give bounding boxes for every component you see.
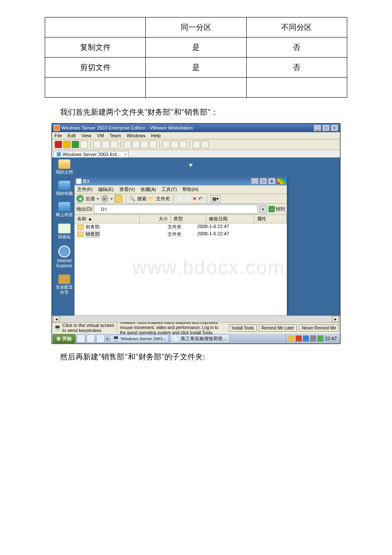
record-icon[interactable] <box>193 141 200 148</box>
show-console-icon[interactable] <box>124 141 131 148</box>
menu-help[interactable]: Help <box>151 133 161 138</box>
address-dropdown[interactable]: ▾ <box>259 205 267 213</box>
power-off-icon[interactable] <box>55 141 62 148</box>
install-tools-button[interactable]: Install Tools <box>229 324 257 332</box>
move-to-icon[interactable]: 📄 <box>185 196 191 202</box>
revert-icon[interactable] <box>102 141 110 148</box>
back-button[interactable]: ◄ <box>76 195 84 202</box>
close-button[interactable]: × <box>331 124 338 131</box>
copy-to-icon[interactable]: 📄 <box>177 196 183 202</box>
power-on-icon[interactable] <box>72 141 79 148</box>
manage-snap-icon[interactable] <box>110 141 118 148</box>
reset-icon[interactable] <box>80 141 88 148</box>
back-label[interactable]: 后退 <box>86 196 95 202</box>
go-button[interactable]: → 转到 <box>268 206 285 212</box>
forward-button[interactable]: ► <box>101 195 109 202</box>
menu-edit[interactable]: Edit <box>68 133 76 138</box>
search-button[interactable]: 搜索 <box>137 196 147 202</box>
guest-desktop[interactable]: ➤ 我的文档 我的电脑 网上邻居 <box>52 158 340 322</box>
menu-windows[interactable]: Windows <box>127 133 146 138</box>
guest-taskbar[interactable]: ⊞ 开始 » 🖥️ Windows Server 2003... 📄 第三章实验… <box>52 333 340 344</box>
address-input[interactable]: D:\ <box>94 205 258 214</box>
snapshot-icon[interactable] <box>93 141 101 148</box>
explorer-titlebar[interactable]: D:\ _ □ × <box>75 177 287 185</box>
scroll-right-button[interactable]: ► <box>332 316 339 322</box>
vmware-menubar[interactable]: File Edit View VM Team Windows Help <box>52 132 340 139</box>
exp-menu-help[interactable]: 帮助(H) <box>182 187 198 192</box>
views-icon[interactable]: ▦▾ <box>210 195 221 202</box>
file-row[interactable]: 财务部 文件夹 2008-1-6 22:47 <box>75 223 287 231</box>
appliance-icon[interactable] <box>141 141 148 148</box>
fullscreen-icon[interactable] <box>149 141 157 148</box>
file-list[interactable]: 名称 ▲ 大小 类型 修改日期 属性 财务部 文件夹 2008-1-6 22:4… <box>75 215 287 315</box>
exp-menu-file[interactable]: 文件(F) <box>77 187 92 192</box>
menu-view[interactable]: View <box>81 133 92 138</box>
suspend-icon[interactable] <box>63 141 71 148</box>
windows-logo-icon <box>277 178 285 184</box>
quicklaunch-chevron-icon[interactable]: » <box>106 336 109 341</box>
desktop-recycle[interactable]: 回收站 <box>58 223 71 240</box>
tab-close-icon[interactable]: × <box>124 152 127 157</box>
never-remind-button[interactable]: Never Remind Me <box>299 324 339 332</box>
menu-vm[interactable]: VM <box>97 133 104 138</box>
tray-alert-icon[interactable] <box>296 335 302 341</box>
taskbar-item[interactable]: 🖥️ Windows Server 2003... <box>110 335 169 343</box>
col-date[interactable]: 修改日期 <box>206 215 254 223</box>
desktop-net[interactable]: 网上邻居 <box>56 202 73 217</box>
system-tray[interactable]: 22:47 <box>285 333 339 344</box>
desktop-ie[interactable]: Internet Explorer <box>56 246 72 269</box>
scroll-left-button[interactable]: ◄ <box>53 316 60 322</box>
folders-button[interactable]: 文件夹 <box>156 196 170 202</box>
taskbar-item[interactable]: 📄 第三章实验报告郭世... <box>170 334 229 343</box>
maximize-button[interactable]: □ <box>322 124 330 131</box>
row-type: 文件夹 <box>167 231 197 237</box>
col-name[interactable]: 名称 ▲ <box>75 215 140 223</box>
exp-menu-view[interactable]: 查看(V) <box>119 187 135 192</box>
exp-menu-tools[interactable]: 工具(T) <box>161 187 177 192</box>
up-button[interactable] <box>115 195 122 202</box>
col-type[interactable]: 类型 <box>171 215 206 223</box>
minimize-button[interactable]: _ <box>314 124 321 131</box>
explorer-menubar[interactable]: 文件(F) 编辑(E) 查看(V) 收藏(A) 工具(T) 帮助(H) <box>75 185 287 194</box>
remind-later-button[interactable]: Remind Me Later <box>259 324 297 332</box>
exp-menu-fav[interactable]: 收藏(A) <box>141 187 156 192</box>
r2-label: 剪切文件 <box>45 58 146 78</box>
taskbar-item-label: Windows Server 2003... <box>121 336 166 341</box>
col-size[interactable]: 大小 <box>140 215 171 223</box>
unity-icon[interactable] <box>162 141 170 148</box>
tray-network-icon[interactable] <box>303 335 309 341</box>
replay-icon[interactable] <box>201 141 209 148</box>
extra-icon[interactable] <box>179 141 187 148</box>
taskbar-item-icon: 🖥️ <box>113 336 119 341</box>
status-click-hint: 🖥️ Click in the virtual screen to send k… <box>52 323 117 333</box>
quicklaunch-explorer-icon[interactable] <box>96 334 105 343</box>
column-headers[interactable]: 名称 ▲ 大小 类型 修改日期 属性 <box>75 215 287 223</box>
desktop-mycomp[interactable]: 我的电脑 <box>56 181 73 196</box>
desktop-icons: 我的文档 我的电脑 网上邻居 回收站 <box>55 159 74 295</box>
menu-team[interactable]: Team <box>110 133 121 138</box>
desktop-sec[interactable]: 安全配置向导 <box>55 275 74 295</box>
file-row[interactable]: 销售部 文件夹 2008-1-6 22:47 <box>75 231 287 238</box>
tray-volume-icon[interactable] <box>310 335 316 341</box>
exp-menu-edit[interactable]: 编辑(E) <box>98 187 114 192</box>
guest-hscrollbar[interactable]: ◄ ► <box>52 315 340 322</box>
exp-close-button[interactable]: × <box>268 178 276 185</box>
explorer-window[interactable]: D:\ _ □ × 文件(F) 编辑(E) 查看(V) 收藏(A) <box>74 176 287 315</box>
quicklaunch-desktop-icon[interactable] <box>86 334 95 343</box>
quickview-icon[interactable] <box>171 141 179 148</box>
vmware-titlebar[interactable]: Windows Server 2003 Enterprise Edition -… <box>52 124 340 132</box>
menu-file[interactable]: File <box>55 133 62 138</box>
undo-icon[interactable]: ↶ <box>198 195 203 202</box>
quicklaunch-ie-icon[interactable] <box>77 334 85 343</box>
vm-tab[interactable]: Windows Server 2003 Ent... × <box>54 151 129 157</box>
summary-icon[interactable] <box>132 141 140 148</box>
delete-icon[interactable]: ✕ <box>193 196 196 202</box>
start-button[interactable]: ⊞ 开始 <box>53 334 75 343</box>
desktop-mydoc[interactable]: 我的文档 <box>56 159 73 175</box>
col-attr[interactable]: 属性 <box>254 215 287 223</box>
tray-clock[interactable]: 22:47 <box>325 336 337 341</box>
tray-misc-icon[interactable] <box>317 335 323 341</box>
exp-minimize-button[interactable]: _ <box>251 178 259 185</box>
tray-shield-icon[interactable] <box>288 335 294 341</box>
exp-maximize-button[interactable]: □ <box>259 178 267 185</box>
